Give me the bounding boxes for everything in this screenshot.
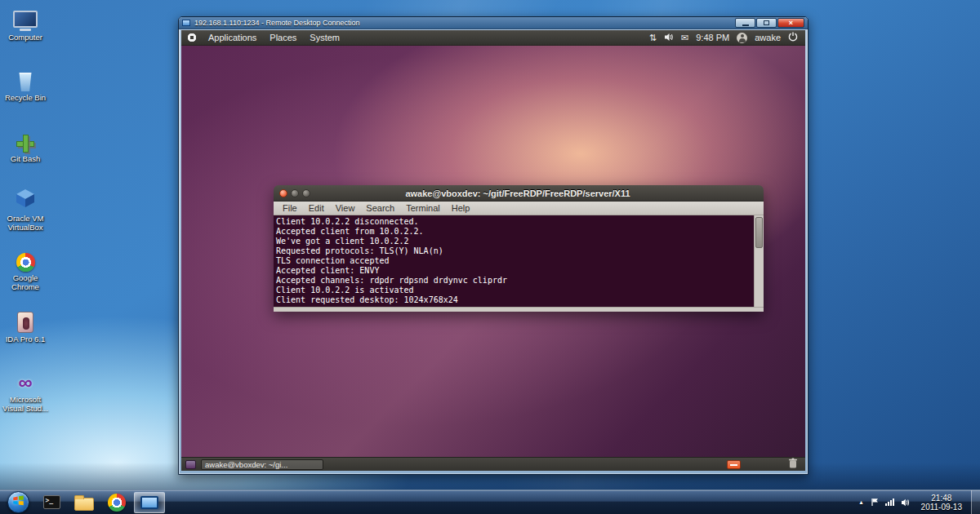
terminal-title: awake@vboxdev: ~/git/FreeRDP/FreeRDP/ser… [310,188,758,198]
terminal-scrollbar[interactable] [754,215,764,307]
ubuntu-logo-icon[interactable] [187,33,197,42]
start-button[interactable] [7,491,29,513]
ubuntu-bottom-panel: awake@vboxdev: ~/gi... [181,457,805,471]
close-icon: × [789,20,793,27]
terminal-line: Requested protocols: TLS(Y) NLA(n) [276,246,751,256]
terminal-output[interactable]: Client 10.0.2.2 disconnected. Accepted c… [274,215,764,307]
taskbar-button-explorer[interactable] [69,492,100,513]
desktop-icon-computer[interactable]: Computer [2,7,49,42]
panel-clock[interactable]: 9:48 PM [696,33,729,42]
terminal-line: Accepted client: ENVY [276,266,751,276]
network-icon[interactable] [885,498,894,506]
terminal-line: We've got a client 10.0.2.2 [276,237,751,246]
folder-icon [74,498,94,511]
action-center-flag-icon[interactable] [871,495,879,510]
minimize-button[interactable] [735,18,755,28]
scrollbar-thumb[interactable] [755,217,763,248]
desktop-icon-label: Recycle Bin [2,94,49,103]
menu-places[interactable]: Places [263,30,303,45]
clock-date: 2011-09-13 [921,503,962,512]
maximize-icon [764,20,769,25]
terminal-close-button[interactable] [279,189,287,197]
terminal-menubar: File Edit View Search Terminal Help [274,202,764,215]
desktop-icon-label: Microsoft Visual Stud... [2,396,49,413]
menu-applications[interactable]: Applications [202,30,263,45]
taskbar-clock[interactable]: 21:48 2011-09-13 [921,494,962,512]
terminal-menu-view[interactable]: View [330,203,361,213]
terminal-line: Client 10.0.2.2 is activated [276,286,751,295]
terminal-titlebar[interactable]: awake@vboxdev: ~/git/FreeRDP/FreeRDP/ser… [274,185,764,202]
desktop-icon-chrome[interactable]: Google Chrome [2,247,49,291]
taskbar-button-rdp[interactable] [134,492,165,513]
terminal-menu-file[interactable]: File [277,203,303,213]
git-bash-icon [16,135,34,153]
tray-volume-icon[interactable] [901,495,910,510]
taskbar-button-cmd[interactable]: >_ [36,492,67,513]
desktop-icon-virtualbox[interactable]: Oracle VM VirtualBox [2,188,49,232]
desktop-icon-label: Oracle VM VirtualBox [2,215,49,232]
rdp-window: 192.168.1.110:1234 - Remote Desktop Conn… [178,16,808,475]
visual-studio-icon: ∞ [18,372,32,393]
user-menu[interactable]: awake [755,33,781,42]
show-desktop-icon[interactable] [185,460,196,469]
virtualbox-cube-icon [15,188,36,212]
user-icon[interactable] [737,33,747,43]
updates-arrows-icon[interactable]: ⇅ [649,33,657,42]
show-hidden-icons-button[interactable]: ▴ [854,498,869,506]
terminal-line: Client 10.0.2.2 disconnected. [276,217,751,227]
terminal-line: Accepted channels: rdpdr rdpsnd drdynvc … [276,276,751,286]
terminal-menu-edit[interactable]: Edit [303,203,330,213]
system-tray: ▴ 21:48 2011-09-13 [854,490,980,514]
rdp-window-title: 192.168.1.110:1234 - Remote Desktop Conn… [194,19,735,27]
cmd-icon: >_ [43,495,60,509]
show-desktop-button[interactable] [971,490,980,514]
window-list-button[interactable]: awake@vboxdev: ~/gi... [201,459,323,470]
desktop-icon-label: Google Chrome [2,274,49,291]
desktop-icon-label: IDA Pro 6.1 [2,335,49,344]
computer-icon [13,11,38,31]
power-icon[interactable] [788,32,798,43]
desktop-icon-recycle-bin[interactable]: Recycle Bin [2,67,49,103]
desktop-icon-ida-pro[interactable]: IDA Pro 6.1 [2,308,49,344]
rdp-system-icon[interactable] [182,20,190,26]
rdp-titlebar[interactable]: 192.168.1.110:1234 - Remote Desktop Conn… [179,17,808,29]
rdp-icon [140,496,158,509]
desktop-icon-visual-studio[interactable]: ∞ Microsoft Visual Stud... [2,369,49,413]
terminal-line: TLS connection accepted [276,256,751,266]
terminal-menu-terminal[interactable]: Terminal [400,203,446,213]
clock-time: 21:48 [921,494,962,503]
windows-flag-icon [12,494,24,510]
terminal-maximize-button[interactable] [302,189,310,197]
ubuntu-desktop: Applications Places System ⇅ ✉ 9:48 PM a… [181,30,805,471]
taskbar-button-chrome[interactable] [101,492,132,513]
minimize-icon [742,24,749,26]
mail-icon[interactable]: ✉ [681,33,688,42]
windows-taskbar: >_ ▴ 21:48 2011-09-13 [0,490,980,514]
terminal-minimize-button[interactable] [291,189,299,197]
terminal-bottom-bar [274,307,764,312]
close-button[interactable]: × [777,18,804,28]
recycle-bin-icon [19,73,33,91]
terminal-menu-search[interactable]: Search [360,203,400,213]
menu-system[interactable]: System [303,30,346,45]
desktop-icon-label: Git Bash [2,155,49,164]
trash-icon[interactable] [788,457,798,471]
volume-icon[interactable] [664,33,674,43]
terminal-window: awake@vboxdev: ~/git/FreeRDP/FreeRDP/ser… [274,185,764,312]
ida-pro-icon [17,312,33,333]
chrome-icon [16,253,35,272]
desktop-icon-label: Computer [2,33,49,42]
desktop-icon-git-bash[interactable]: Git Bash [2,128,49,164]
terminal-line: Client requested desktop: 1024x768x24 [276,295,751,305]
notification-icon[interactable] [727,460,741,469]
chrome-icon [108,494,126,512]
terminal-line: Accepted client from 10.0.2.2. [276,227,751,237]
maximize-button[interactable] [756,18,777,28]
ubuntu-top-panel: Applications Places System ⇅ ✉ 9:48 PM a… [181,30,805,46]
terminal-menu-help[interactable]: Help [446,203,476,213]
